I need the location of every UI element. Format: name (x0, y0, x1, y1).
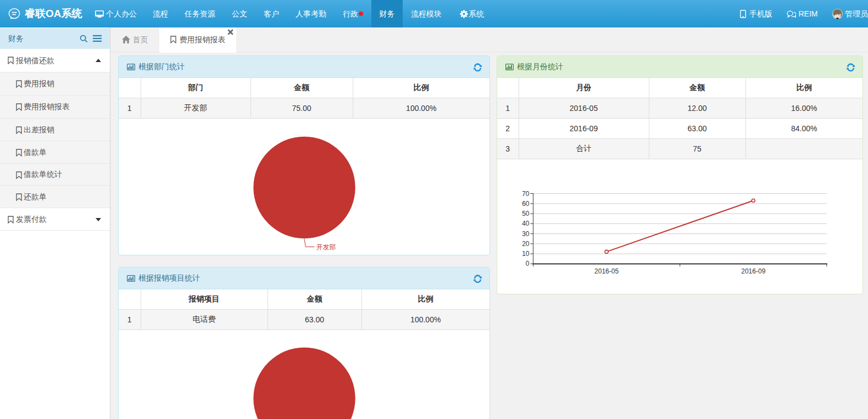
svg-text:20: 20 (522, 240, 530, 248)
svg-text:60: 60 (522, 200, 530, 208)
svg-text:50: 50 (522, 210, 530, 217)
svg-text:2016-05: 2016-05 (594, 267, 619, 275)
svg-text:70: 70 (522, 190, 530, 198)
svg-text:0: 0 (526, 260, 530, 267)
svg-text:开发部: 开发部 (316, 243, 336, 251)
svg-text:10: 10 (522, 250, 530, 258)
svg-text:40: 40 (522, 220, 530, 227)
svg-text:30: 30 (522, 230, 530, 238)
svg-text:2016-09: 2016-09 (741, 267, 765, 275)
